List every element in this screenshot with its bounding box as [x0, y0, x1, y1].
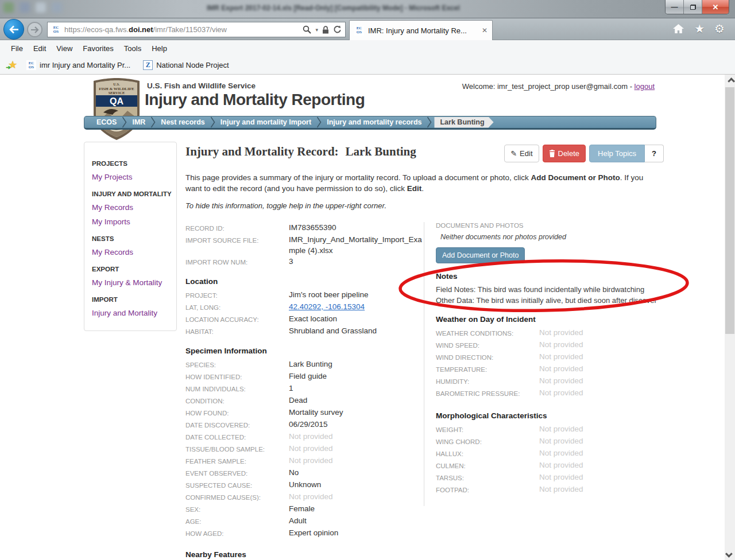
- add-document-button[interactable]: Add Document or Photo: [436, 247, 525, 263]
- field-value: Not provided: [289, 443, 424, 455]
- field-value: Lark Bunting: [289, 359, 424, 371]
- tab-close-icon[interactable]: ✕: [482, 26, 488, 34]
- help-toggle-button[interactable]: ?: [645, 145, 664, 162]
- agency-name: U.S. Fish and Wildlife Service: [147, 81, 256, 90]
- menu-bar: FileEditViewFavoritesToolsHelp: [0, 40, 735, 56]
- field-value: Shrubland and Grassland: [289, 325, 424, 337]
- menu-item[interactable]: View: [51, 44, 78, 53]
- sidebar-item[interactable]: My Imports: [92, 217, 172, 226]
- section-heading-location: Location: [185, 277, 424, 286]
- field-row: AGE: Adult: [185, 515, 424, 527]
- breadcrumb-item[interactable]: Injury and mortality Import: [215, 116, 322, 129]
- field-label: RECORD ID:: [185, 222, 289, 234]
- field-label: NUM INDIVIDUALS:: [185, 383, 289, 395]
- sidebar-item: PROJECTS: [92, 160, 172, 167]
- add-favorite-icon[interactable]: ★➜: [7, 60, 20, 71]
- field-row: SEX: Female: [185, 503, 424, 515]
- field-value: Dead: [289, 395, 424, 407]
- logout-link[interactable]: logout: [635, 82, 655, 91]
- field-label: BAROMETRIC PRESSURE:: [436, 387, 539, 399]
- field-value: Not provided: [539, 351, 674, 363]
- sidebar-item[interactable]: My Injury & Mortality: [92, 278, 172, 287]
- field-value: Unknown: [289, 479, 424, 491]
- favorite-item-imr[interactable]: ECOS imr Injury and Mortality Pr...: [24, 59, 133, 71]
- forward-button[interactable]: [27, 22, 42, 37]
- field-value: Mortality survey: [289, 407, 424, 419]
- settings-gear-icon[interactable]: ⚙: [714, 23, 725, 34]
- menu-item[interactable]: File: [6, 44, 28, 53]
- field-row: NUM INDIVIDUALS: 1: [185, 383, 424, 395]
- field-row: HOW AGED: Expert opinion: [185, 527, 424, 539]
- field-label: DATE COLLECTED:: [185, 431, 289, 443]
- z-favicon: Z: [143, 60, 153, 70]
- scrollbar-thumb[interactable]: [725, 87, 734, 334]
- vertical-scrollbar[interactable]: [725, 75, 735, 560]
- field-value: Jim's root beer pipeline: [289, 289, 424, 301]
- field-row: TEMPERATURE: Not provided: [436, 363, 674, 375]
- refresh-icon[interactable]: [333, 25, 342, 34]
- field-value[interactable]: 42.40292, -106.15304: [289, 301, 424, 313]
- field-label: WIND SPEED:: [436, 339, 539, 351]
- field-row: CONFIRMED CAUSE(S): Not provided: [185, 491, 424, 503]
- field-row: CULMEN: Not provided: [436, 460, 674, 472]
- menu-item[interactable]: Tools: [119, 44, 146, 53]
- ecos-favicon: ECOS: [51, 25, 61, 34]
- field-value: 3: [289, 256, 424, 268]
- field-label: WEATHER CONDITIONS:: [436, 327, 539, 339]
- close-button[interactable]: ✕: [702, 0, 729, 14]
- field-row: SPECIES: Lark Bunting: [185, 359, 424, 371]
- intro-text: This page provides a summary of the inju…: [185, 172, 653, 194]
- menu-item[interactable]: Favorites: [78, 44, 118, 53]
- field-value: Not provided: [539, 387, 674, 399]
- sidebar-item[interactable]: Injury and Mortality: [92, 309, 172, 317]
- field-label: WEIGHT:: [436, 423, 539, 435]
- field-row: DATE COLLECTED: Not provided: [185, 431, 424, 443]
- address-bar[interactable]: ECOS https://ecos-qa.fws.doi.net/imr/Tak…: [47, 22, 346, 37]
- browser-tab[interactable]: ECOS IMR: Injury and Mortality Re... ✕: [349, 20, 493, 40]
- breadcrumb-item[interactable]: IMR: [127, 116, 156, 129]
- breadcrumb-item[interactable]: Injury and mortality records: [322, 116, 432, 129]
- scroll-up-icon[interactable]: [725, 75, 735, 85]
- back-button[interactable]: [3, 19, 24, 40]
- field-row: HOW FOUND: Mortality survey: [185, 407, 424, 419]
- sidebar-item[interactable]: My Projects: [92, 173, 172, 181]
- edit-button[interactable]: ✎ Edit: [504, 145, 539, 162]
- sidebar-nav: PROJECTSMy ProjectsINJURY AND MORTALITYM…: [84, 142, 177, 331]
- restore-button[interactable]: [684, 0, 702, 14]
- delete-button[interactable]: Delete: [543, 145, 586, 162]
- minimize-button[interactable]: —: [666, 0, 684, 14]
- breadcrumb-item[interactable]: ECOS: [91, 116, 127, 129]
- field-label: TARSUS:: [436, 472, 539, 484]
- section-heading-morphological: Morphological Characteristics: [436, 411, 674, 420]
- breadcrumb-item[interactable]: Nest records: [156, 116, 215, 129]
- menu-item[interactable]: Edit: [28, 44, 51, 53]
- field-value: 1: [289, 383, 424, 395]
- search-icon[interactable]: [303, 25, 311, 34]
- home-icon[interactable]: [672, 24, 684, 34]
- favorites-star-icon[interactable]: ★: [694, 23, 705, 34]
- favorites-bar: ★➜ ECOS imr Injury and Mortality Pr... Z…: [0, 56, 735, 75]
- background-window-title: IMR Export 2017-02-14.xls [Read-Only] [C…: [207, 4, 460, 12]
- scroll-down-icon[interactable]: [725, 550, 735, 560]
- field-label: SEX:: [185, 503, 289, 515]
- field-value: Not provided: [289, 491, 424, 503]
- sidebar-item[interactable]: My Records: [92, 248, 172, 256]
- documents-notes-column: DOCUMENTS AND PHOTOS Neither documents n…: [424, 222, 674, 506]
- field-label: AGE:: [185, 515, 289, 527]
- field-row: IMPORT ROW NUM: 3: [185, 256, 424, 268]
- background-window-icons: [3, 2, 62, 13]
- field-row: DATE DISCOVERED: 06/29/2015: [185, 419, 424, 431]
- field-label: HOW AGED:: [185, 527, 289, 539]
- search-dropdown-icon[interactable]: ▾: [315, 27, 318, 33]
- field-row: EVENT OBSERVED: No: [185, 467, 424, 479]
- field-label: FOOTPAD:: [436, 484, 539, 496]
- edit-pencil-icon: ✎: [510, 150, 517, 157]
- record-details-column: RECORD ID: IM783655390 IMPORT SOURCE FIL…: [185, 222, 424, 560]
- help-topics-button[interactable]: Help Topics: [589, 145, 645, 162]
- menu-item[interactable]: Help: [146, 44, 172, 53]
- chevron-separator-icon: [150, 116, 156, 129]
- sidebar-item[interactable]: My Records: [92, 203, 172, 212]
- favorite-item-national-node[interactable]: Z National Node Project: [141, 59, 231, 71]
- field-value: Adult: [289, 515, 424, 527]
- field-row: WIND DIRECTION: Not provided: [436, 351, 674, 363]
